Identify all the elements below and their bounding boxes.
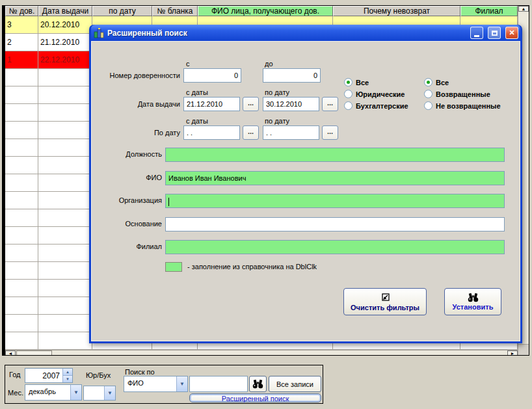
until-date-label: По дату [97, 129, 180, 137]
cell-date[interactable]: 21.12.2010 [38, 34, 92, 51]
until-to-input[interactable]: . . [263, 125, 319, 140]
col-header-branch[interactable]: Филиал [460, 6, 518, 16]
until-to-label: по дату [265, 117, 289, 125]
number-from-label: с [186, 60, 190, 68]
number-from-input[interactable]: 0 [183, 68, 241, 83]
col-header-fio[interactable]: ФИО лица, получающего дов. [198, 6, 333, 16]
col-header-until-date[interactable]: по дату [92, 6, 152, 16]
binoculars-icon [252, 379, 263, 389]
month-select[interactable]: декабрь ▼ [25, 384, 82, 401]
issue-to-label: по дату [265, 88, 289, 96]
minimize-button[interactable] [470, 27, 483, 39]
radio-not-returned[interactable]: Не возвращенные [424, 101, 501, 110]
advanced-search-button[interactable]: Расширенный поиск [189, 393, 321, 402]
dialog-body: Номер доверенности с 0 до 0 Дата выдачи … [91, 41, 520, 341]
radio-returned[interactable]: Возвращенные [424, 90, 490, 98]
search-by-select[interactable]: ФИО ▼ [124, 376, 188, 392]
chevron-down-icon[interactable]: ▼ [104, 386, 115, 400]
apply-search-button[interactable]: Установить [444, 288, 501, 315]
horizontal-scroll-thumb[interactable] [16, 350, 52, 356]
issue-from-label: с даты [186, 88, 208, 96]
position-input[interactable] [165, 148, 505, 162]
number-to-label: до [265, 60, 273, 68]
until-from-label: с даты [186, 117, 208, 125]
position-label: Должность [92, 150, 162, 158]
until-from-input[interactable]: . . [183, 125, 240, 140]
search-input[interactable] [189, 376, 248, 392]
col-header-issue-date[interactable]: Дата выдачи [38, 6, 92, 16]
scroll-left-icon[interactable]: ◄ [5, 350, 16, 356]
issue-from-browse-button[interactable]: ... [243, 97, 259, 111]
number-to-input[interactable]: 0 [263, 68, 321, 83]
until-to-browse-button[interactable]: ... [322, 125, 338, 140]
col-header-why[interactable]: Почему невозврат [333, 6, 460, 16]
col-header-blank[interactable]: № бланка [152, 6, 198, 16]
legend-text: - заполнение из справочника на DblClk [187, 263, 317, 270]
chevron-down-icon[interactable]: ▼ [176, 376, 187, 391]
scrollbar-corner [518, 344, 529, 355]
issue-to-input[interactable]: 30.12.2010 [263, 97, 319, 111]
bottom-search-panel: Год 2007 ▲▼ Мес. декабрь ▼ Юр/Бух ▼ Поис… [5, 365, 323, 404]
jur-buh-select[interactable]: ▼ [83, 386, 116, 401]
year-stepper[interactable]: 2007 ▲▼ [25, 368, 73, 383]
legend-green-swatch [165, 262, 182, 272]
app-window: № дов. Дата выдачи по дату № бланка ФИО … [0, 0, 532, 409]
month-label: Мес. [8, 389, 23, 397]
issue-from-input[interactable]: 21.12.2010 [183, 97, 240, 111]
spin-up-icon[interactable]: ▲ [63, 369, 72, 376]
number-label: Номер доверенности [97, 72, 180, 79]
advanced-search-dialog: Расширенный поиск ✕ Номер доверенности с… [89, 25, 522, 343]
radio-dot-icon [424, 78, 432, 86]
cell-date[interactable]: 20.12.2010 [38, 16, 92, 34]
scroll-right-icon[interactable]: ► [507, 350, 518, 356]
basis-label: Основание [92, 220, 162, 228]
col-header-number[interactable]: № дов. [5, 6, 38, 16]
radio-dot-icon [344, 90, 352, 98]
cell-number[interactable]: 3 [5, 16, 38, 34]
maximize-button[interactable] [488, 27, 501, 39]
dialog-titlebar[interactable]: Расширенный поиск ✕ [91, 25, 520, 41]
fio-label: ФИО [92, 174, 162, 181]
cell-date[interactable]: 22.12.2010 [38, 51, 92, 69]
radio-type-accounting[interactable]: Бухгалтерские [344, 101, 408, 110]
issue-to-browse-button[interactable]: ... [322, 97, 338, 111]
organization-input[interactable] [165, 194, 505, 208]
branch-label: Филиал [92, 243, 162, 250]
all-records-button[interactable]: Все записи [269, 376, 321, 392]
binoculars-icon [468, 293, 479, 302]
table-header-row: № дов. Дата выдачи по дату № бланка ФИО … [5, 6, 518, 16]
close-button[interactable]: ✕ [505, 27, 518, 39]
basis-input[interactable] [165, 217, 505, 231]
radio-dot-icon [344, 101, 352, 110]
horizontal-scrollbar[interactable]: ◄ ► [5, 350, 518, 356]
radio-dot-icon [424, 101, 432, 110]
until-from-browse-button[interactable]: ... [243, 125, 259, 140]
find-button[interactable] [249, 376, 267, 392]
dialog-title: Расширенный поиск [107, 29, 466, 38]
app-icon [94, 28, 104, 38]
radio-dot-icon [344, 78, 352, 86]
jur-buh-label: Юр/Бух [86, 371, 111, 379]
branch-input[interactable] [165, 240, 505, 254]
cell-number[interactable]: 2 [5, 34, 38, 51]
clear-filters-icon [380, 293, 390, 303]
scroll-up-icon[interactable]: ▲ [518, 6, 529, 12]
clear-filters-button[interactable]: Очистить фильтры [343, 288, 427, 315]
issue-date-label: Дата выдачи [97, 100, 180, 108]
year-label: Год [9, 371, 21, 378]
organization-label: Организация [92, 196, 162, 204]
chevron-down-icon[interactable]: ▼ [70, 385, 81, 400]
radio-return-all[interactable]: Все [424, 78, 449, 86]
spin-down-icon[interactable]: ▼ [63, 376, 72, 382]
fio-input[interactable]: Иванов Иван Иванович [165, 171, 505, 185]
text-caret [168, 198, 169, 206]
radio-type-all[interactable]: Все [344, 78, 369, 86]
cell-number[interactable]: 1 [5, 51, 38, 69]
radio-type-juridical[interactable]: Юридические [344, 90, 405, 98]
search-by-label: Поиск по [125, 368, 155, 376]
radio-dot-icon [424, 90, 432, 98]
